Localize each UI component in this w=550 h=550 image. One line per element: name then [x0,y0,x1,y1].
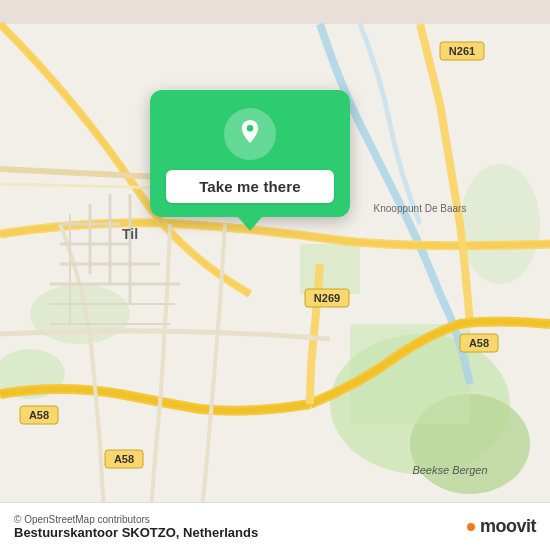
svg-text:N261: N261 [449,45,475,57]
popup-card[interactable]: Take me there [150,90,350,217]
map-background: N261 N269 A58 A58 A58 Til Knooppunt De B… [0,0,550,550]
svg-text:A58: A58 [114,453,134,465]
svg-text:Beekse Bergen: Beekse Bergen [412,464,487,476]
bottom-bar: © OpenStreetMap contributors Bestuurskan… [0,502,550,550]
svg-rect-6 [300,244,360,294]
svg-text:Knooppunt De Baars: Knooppunt De Baars [374,203,467,214]
location-icon-wrap [224,108,276,160]
osm-attribution: © OpenStreetMap contributors [14,514,258,525]
moovit-text: moovit [480,516,536,537]
moovit-logo: moovit [467,516,536,537]
svg-text:Til: Til [122,226,138,242]
take-me-there-button[interactable]: Take me there [166,170,334,203]
location-pin-icon [236,120,264,148]
map-container: N261 N269 A58 A58 A58 Til Knooppunt De B… [0,0,550,550]
svg-point-7 [460,164,540,284]
svg-text:A58: A58 [29,409,49,421]
location-name: Bestuurskantoor SKOTZO, Netherlands [14,525,258,540]
svg-text:A58: A58 [469,337,489,349]
svg-point-22 [247,125,254,132]
moovit-dot [467,523,475,531]
svg-text:N269: N269 [314,292,340,304]
bottom-left: © OpenStreetMap contributors Bestuurskan… [14,514,258,540]
